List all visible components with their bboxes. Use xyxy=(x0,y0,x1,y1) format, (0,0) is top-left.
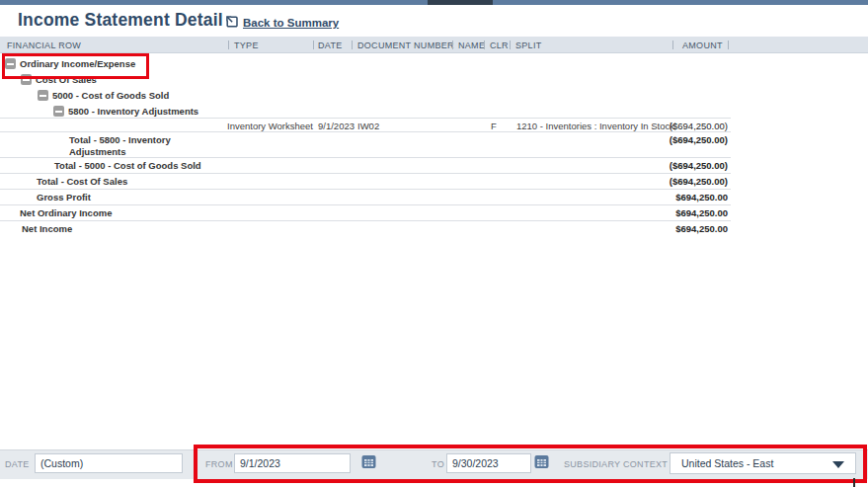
gross-profit-row: Gross Profit xyxy=(37,192,91,203)
to-label: TO xyxy=(432,459,444,469)
column-divider xyxy=(484,41,485,49)
total-row-cost-of-sales: Total - Cost Of Sales xyxy=(37,176,127,187)
caret-down-icon xyxy=(832,461,844,468)
net-income-row: Net Income xyxy=(22,223,72,234)
net-ordinary-income-row: Net Ordinary Income xyxy=(20,207,112,218)
total-amount-cost-of-sales: ($694,250.00) xyxy=(573,176,728,187)
detail-document-number: IW02 xyxy=(357,121,379,131)
gross-profit-amount: $694,250.00 xyxy=(573,192,728,203)
tree-row-ordinary-income-expense[interactable]: Ordinary Income/Expense xyxy=(20,58,135,69)
detail-type[interactable]: Inventory Worksheet xyxy=(227,121,313,131)
column-divider xyxy=(672,41,673,49)
column-document-number: DOCUMENT NUMBER xyxy=(357,41,454,50)
detail-date: 9/1/2023 xyxy=(318,121,355,131)
from-calendar-icon[interactable] xyxy=(361,454,376,469)
row-separator xyxy=(0,131,731,132)
back-to-summary-link[interactable]: Back to Summary xyxy=(243,17,339,29)
collapse-icon[interactable] xyxy=(53,106,64,117)
column-date: DATE xyxy=(318,41,343,50)
income-statement-detail-page: Income Statement Detail Back to Summary … xyxy=(0,0,868,487)
to-date-input[interactable] xyxy=(446,453,531,473)
annotation-tick-mark xyxy=(853,478,855,487)
collapse-icon[interactable] xyxy=(38,90,48,101)
column-split: SPLIT xyxy=(515,41,542,50)
net-ordinary-income-amount: $694,250.00 xyxy=(573,207,728,218)
net-income-amount: $694,250.00 xyxy=(573,223,728,234)
tree-row-5800-inventory-adjustments[interactable]: 5800 - Inventory Adjustments xyxy=(68,106,198,117)
page-title: Income Statement Detail xyxy=(18,10,223,31)
horizontal-scrollbar-track[interactable] xyxy=(0,0,868,5)
total-amount-5800: ($694,250.00) xyxy=(573,134,728,145)
row-separator xyxy=(0,118,731,119)
from-label: FROM xyxy=(205,459,233,469)
row-separator xyxy=(0,220,731,221)
subsidiary-context-value: United States - East xyxy=(681,457,773,469)
back-to-summary-icon[interactable] xyxy=(225,15,239,29)
column-amount: AMOUNT xyxy=(682,41,723,50)
column-name: NAME xyxy=(458,41,485,50)
detail-amount: ($694,250.00) xyxy=(573,121,728,131)
collapse-icon[interactable] xyxy=(5,58,16,69)
date-filter-label: DATE xyxy=(5,459,30,469)
column-divider xyxy=(510,41,511,49)
detail-clr: F xyxy=(491,121,497,131)
column-financial-row: FINANCIAL ROW xyxy=(7,41,81,50)
column-clr: CLR xyxy=(490,41,509,50)
horizontal-scrollbar-thumb[interactable] xyxy=(428,0,493,5)
subsidiary-context-label: SUBSIDIARY CONTEXT xyxy=(564,459,668,469)
column-divider xyxy=(313,41,314,49)
tree-row-cost-of-sales[interactable]: Cost Of Sales xyxy=(36,74,97,85)
row-separator xyxy=(0,157,731,158)
column-divider xyxy=(728,41,729,49)
column-divider xyxy=(228,41,229,49)
column-type: TYPE xyxy=(234,41,259,50)
from-date-input[interactable] xyxy=(234,453,351,473)
total-amount-5000: ($694,250.00) xyxy=(573,160,728,171)
date-filter-input[interactable] xyxy=(35,453,183,473)
total-row-5800: Total - 5800 - Inventory Adjustments xyxy=(69,134,209,158)
subsidiary-context-dropdown[interactable]: United States - East xyxy=(670,452,856,474)
tree-row-5000-cogs[interactable]: 5000 - Cost of Goods Sold xyxy=(52,90,169,101)
row-separator xyxy=(0,189,731,190)
row-separator xyxy=(0,204,731,205)
row-separator xyxy=(0,173,731,174)
column-divider xyxy=(452,41,453,49)
collapse-icon[interactable] xyxy=(21,74,32,85)
total-row-5000: Total - 5000 - Cost of Goods Sold xyxy=(54,160,201,171)
to-calendar-icon[interactable] xyxy=(534,454,549,469)
column-divider xyxy=(352,41,353,49)
